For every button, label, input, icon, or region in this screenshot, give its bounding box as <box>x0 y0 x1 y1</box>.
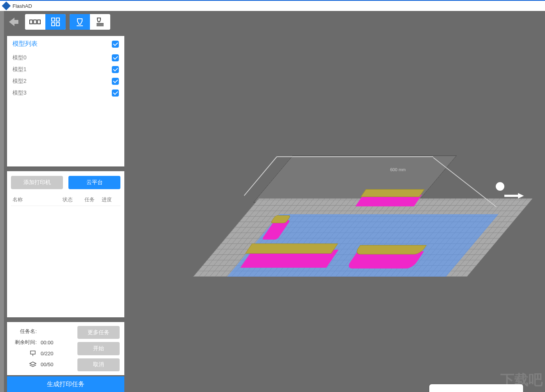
model-checkbox[interactable] <box>112 66 119 73</box>
model-preview <box>347 243 425 283</box>
printer-buttons: 添加打印机 云平台 <box>11 176 120 189</box>
model-checkbox[interactable] <box>112 89 119 97</box>
title-bar: FlashAD <box>0 0 545 11</box>
model-row[interactable]: 模型2 <box>7 75 124 87</box>
task-name-label: 任务名: <box>12 328 37 335</box>
layers-value: 00/50 <box>41 362 54 367</box>
view-mode-group <box>25 14 66 30</box>
col-status: 状态 <box>63 196 84 203</box>
generate-task-button[interactable]: 生成打印任务 <box>7 376 124 392</box>
col-progress: 进度 <box>102 196 119 203</box>
model-row[interactable]: 模型1 <box>7 64 124 75</box>
workspace: 模型列表 模型0 模型1 模型2 模型3 添加打印机 <box>0 11 545 392</box>
start-button[interactable]: 开始 <box>77 342 120 355</box>
gizmo-x-arrow-icon[interactable] <box>504 193 524 199</box>
task-panel: 任务名: 剩余时间: 00:00 0/220 00 <box>7 322 124 375</box>
model-preview <box>241 243 343 283</box>
nozzle-temp-value: 0/220 <box>41 351 54 356</box>
model-list-header: 模型列表 <box>7 36 124 52</box>
view-row-button[interactable] <box>25 14 45 30</box>
svg-rect-5 <box>52 23 55 26</box>
printer-panel: 添加打印机 云平台 名称 状态 任务 进度 <box>7 171 124 317</box>
app-title: FlashAD <box>13 3 32 9</box>
cancel-button[interactable]: 取消 <box>77 358 120 371</box>
left-edge-stripe <box>0 11 4 392</box>
box-edge <box>277 156 433 157</box>
side-panels: 模型列表 模型0 模型1 模型2 模型3 添加打印机 <box>7 36 124 375</box>
watermark-text: 下载吧 <box>500 371 543 390</box>
back-button[interactable] <box>5 14 21 30</box>
model-checkbox[interactable] <box>112 78 119 85</box>
layers-icon <box>12 361 37 367</box>
more-tasks-button[interactable]: 更多任务 <box>77 326 120 339</box>
app-logo-icon <box>2 2 11 11</box>
svg-rect-1 <box>34 20 36 24</box>
svg-rect-11 <box>30 351 35 354</box>
nozzle-temp-icon <box>12 350 37 356</box>
model-label: 模型1 <box>13 66 27 73</box>
task-buttons: 更多任务 开始 取消 <box>77 326 120 371</box>
dim-x-label: 600 mm <box>390 167 406 172</box>
time-left-label: 剩余时间: <box>12 339 37 346</box>
model-list-check-all[interactable] <box>112 41 119 48</box>
svg-marker-13 <box>30 362 36 365</box>
nozzle-down-button[interactable] <box>70 14 90 30</box>
top-toolbar <box>5 14 110 30</box>
model-list-title: 模型列表 <box>13 40 38 48</box>
svg-rect-6 <box>56 23 59 26</box>
model-label: 模型2 <box>13 78 27 85</box>
model-row[interactable]: 模型3 <box>7 87 124 99</box>
svg-rect-0 <box>30 20 32 24</box>
col-name: 名称 <box>13 196 63 203</box>
printer-table-header: 名称 状态 任务 进度 <box>11 194 120 206</box>
time-left-value: 00:00 <box>41 340 54 345</box>
nozzle-mode-group <box>70 14 110 30</box>
gizmo-origin-icon <box>496 182 504 191</box>
move-gizmo-icon[interactable] <box>496 179 531 202</box>
svg-rect-2 <box>38 20 40 24</box>
model-label: 模型0 <box>13 54 27 61</box>
cloud-platform-button[interactable]: 云平台 <box>68 176 120 189</box>
model-preview <box>357 191 424 214</box>
model-row[interactable]: 模型0 <box>7 52 124 64</box>
task-info: 任务名: 剩余时间: 00:00 0/220 00 <box>12 326 73 371</box>
viewport-3d[interactable]: 600 mm 下载吧 <box>124 11 545 392</box>
build-volume: 600 mm <box>226 144 507 292</box>
model-checkbox[interactable] <box>112 54 119 61</box>
svg-rect-4 <box>56 18 59 21</box>
nozzle-layers-button[interactable] <box>90 14 110 30</box>
svg-rect-3 <box>52 18 55 21</box>
col-task: 任务 <box>84 196 102 203</box>
model-label: 模型3 <box>13 89 27 97</box>
model-list-panel: 模型列表 模型0 模型1 模型2 模型3 <box>7 36 124 166</box>
build-top-face <box>253 156 457 202</box>
view-grid-button[interactable] <box>45 14 66 30</box>
add-printer-button[interactable]: 添加打印机 <box>11 176 63 189</box>
